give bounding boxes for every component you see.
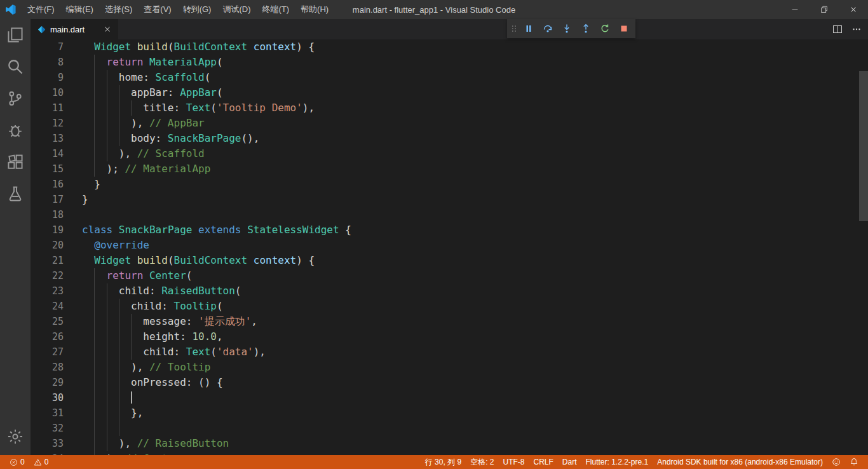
- debug-stop-button[interactable]: [614, 19, 634, 38]
- debug-step-over-button[interactable]: [538, 19, 557, 38]
- code-line-16[interactable]: 16}: [31, 177, 859, 192]
- indent-guide: [107, 283, 119, 299]
- activity-test-button[interactable]: [0, 178, 31, 210]
- status-indentation[interactable]: 空格: 2: [466, 455, 498, 469]
- code-line-11[interactable]: 11title: Text('Tooltip Demo'),: [31, 100, 859, 116]
- code-line-7[interactable]: 7Widget build(BuildContext context) {: [31, 39, 859, 55]
- line-number[interactable]: 14: [31, 146, 64, 161]
- status-flutter-version[interactable]: Flutter: 1.2.2-pre.1: [581, 455, 653, 469]
- editor-scrollbar[interactable]: [859, 39, 868, 455]
- line-number[interactable]: 33: [31, 436, 64, 451]
- code-line-10[interactable]: 10appBar: AppBar(: [31, 85, 859, 100]
- menu-help[interactable]: 帮助(H): [295, 0, 334, 19]
- line-number[interactable]: 28: [31, 360, 64, 375]
- menu-edit[interactable]: 编辑(E): [60, 0, 99, 19]
- code-line-30[interactable]: 30: [31, 390, 859, 405]
- line-number[interactable]: 10: [31, 85, 64, 100]
- status-device[interactable]: Android SDK built for x86 (android-x86 E…: [653, 455, 827, 469]
- line-number[interactable]: 21: [31, 253, 64, 268]
- code-line-13[interactable]: 13body: SnackBarPage(),: [31, 131, 859, 146]
- status-language-mode[interactable]: Dart: [558, 455, 581, 469]
- code-line-9[interactable]: 9home: Scaffold(: [31, 70, 859, 85]
- status-encoding[interactable]: UTF-8: [498, 455, 529, 469]
- status-eol[interactable]: CRLF: [529, 455, 557, 469]
- line-number[interactable]: 20: [31, 238, 64, 253]
- line-number[interactable]: 23: [31, 283, 64, 299]
- feedback-button[interactable]: [827, 455, 845, 469]
- restore-button[interactable]: [810, 0, 839, 19]
- code-line-25[interactable]: 25message: '提示成功',: [31, 314, 859, 329]
- line-number[interactable]: 15: [31, 161, 64, 177]
- line-number[interactable]: 26: [31, 329, 64, 344]
- line-number[interactable]: 27: [31, 344, 64, 360]
- line-number[interactable]: 9: [31, 70, 64, 85]
- code-line-8[interactable]: 8return MaterialApp(: [31, 55, 859, 70]
- line-number[interactable]: 25: [31, 314, 64, 329]
- line-number[interactable]: 19: [31, 222, 64, 238]
- activity-search-button[interactable]: [0, 51, 31, 83]
- menu-selection[interactable]: 选择(S): [99, 0, 138, 19]
- code-line-28[interactable]: 28), // Tooltip: [31, 360, 859, 375]
- line-number[interactable]: 8: [31, 55, 64, 70]
- status-cursor-position[interactable]: 行 30, 列 9: [421, 455, 466, 469]
- line-number[interactable]: 7: [31, 39, 64, 55]
- activity-explorer-button[interactable]: [0, 19, 31, 51]
- line-number[interactable]: 31: [31, 405, 64, 421]
- activity-source-control-button[interactable]: [0, 83, 31, 114]
- code-line-26[interactable]: 26height: 10.0,: [31, 329, 859, 344]
- code-line-31[interactable]: 31},: [31, 405, 859, 421]
- code-token: (: [205, 71, 211, 83]
- status-warnings[interactable]: 0: [29, 455, 53, 469]
- code-line-19[interactable]: 19class SnackBarPage extends StatelessWi…: [31, 222, 859, 238]
- code-line-23[interactable]: 23child: RaisedButton(: [31, 283, 859, 299]
- menu-terminal[interactable]: 终端(T): [256, 0, 295, 19]
- code-line-33[interactable]: 33), // RaisedButton: [31, 436, 859, 451]
- code-line-22[interactable]: 22return Center(: [31, 268, 859, 283]
- code-line-27[interactable]: 27child: Text('data'),: [31, 344, 859, 360]
- line-number[interactable]: 12: [31, 116, 64, 131]
- activity-debug-button[interactable]: [0, 114, 31, 146]
- debug-restart-button[interactable]: [595, 19, 614, 38]
- minimize-button[interactable]: [780, 0, 810, 19]
- code-line-29[interactable]: 29onPressed: () {: [31, 375, 859, 390]
- line-number[interactable]: 18: [31, 207, 64, 222]
- tab-main-dart[interactable]: main.dart: [31, 19, 118, 39]
- status-errors[interactable]: 0: [5, 455, 29, 469]
- close-button[interactable]: [839, 0, 868, 19]
- debug-drag-handle-button[interactable]: [509, 19, 519, 38]
- settings-button[interactable]: [0, 421, 31, 452]
- notifications-button[interactable]: [845, 455, 863, 469]
- code-line-18[interactable]: 18: [31, 207, 859, 222]
- line-number[interactable]: 11: [31, 100, 64, 116]
- tab-close-button[interactable]: [103, 25, 112, 34]
- debug-step-out-button[interactable]: [576, 19, 595, 38]
- split-editor-button[interactable]: [832, 24, 843, 34]
- line-number[interactable]: 16: [31, 177, 64, 192]
- code-line-15[interactable]: 15); // MaterialApp: [31, 161, 859, 177]
- code-line-20[interactable]: 20@override: [31, 238, 859, 253]
- code-line-32[interactable]: 32: [31, 421, 859, 436]
- code-token: AppBar: [180, 86, 217, 99]
- line-number[interactable]: 29: [31, 375, 64, 390]
- code-line-24[interactable]: 24child: Tooltip(: [31, 299, 859, 314]
- line-number[interactable]: 22: [31, 268, 64, 283]
- line-number[interactable]: 24: [31, 299, 64, 314]
- menu-file[interactable]: 文件(F): [22, 0, 60, 19]
- debug-pause-button[interactable]: [519, 19, 538, 38]
- scrollbar-thumb[interactable]: [859, 71, 868, 221]
- editor[interactable]: 7Widget build(BuildContext context) {8re…: [31, 39, 859, 455]
- line-number[interactable]: 30: [31, 390, 64, 405]
- debug-step-into-button[interactable]: [557, 19, 576, 38]
- activity-extensions-button[interactable]: [0, 146, 31, 178]
- menu-view[interactable]: 查看(V): [138, 0, 177, 19]
- more-actions-button[interactable]: [851, 24, 862, 34]
- line-number[interactable]: 13: [31, 131, 64, 146]
- code-line-12[interactable]: 12), // AppBar: [31, 116, 859, 131]
- menu-debug[interactable]: 调试(D): [217, 0, 256, 19]
- menu-goto[interactable]: 转到(G): [177, 0, 217, 19]
- code-line-21[interactable]: 21Widget build(BuildContext context) {: [31, 253, 859, 268]
- line-number[interactable]: 32: [31, 421, 64, 436]
- code-line-14[interactable]: 14), // Scaffold: [31, 146, 859, 161]
- code-line-17[interactable]: 17}: [31, 192, 859, 207]
- line-number[interactable]: 17: [31, 192, 64, 207]
